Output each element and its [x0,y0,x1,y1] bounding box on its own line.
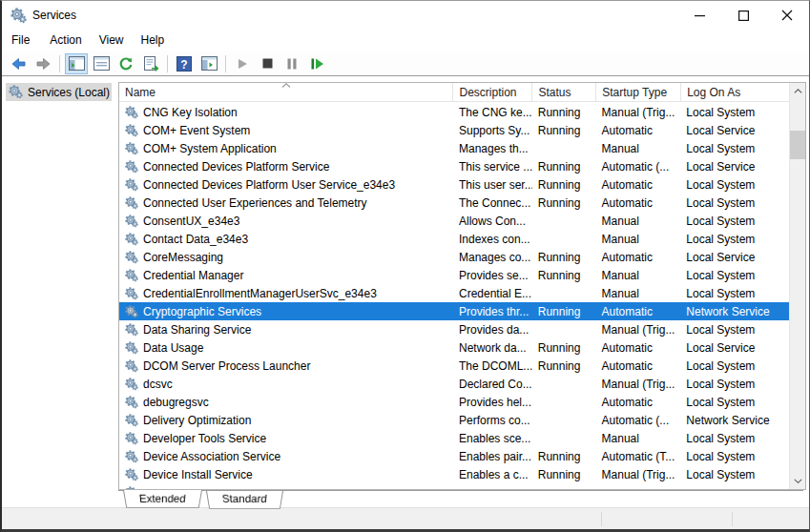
table-row[interactable]: COM+ System Application Manages th... Ma… [119,139,789,157]
service-log-on-as: Local System [680,378,789,391]
service-status: Running [532,251,596,264]
table-row[interactable]: Data Sharing Service Provides da... Manu… [119,320,789,338]
back-button[interactable] [7,53,30,74]
refresh-button[interactable] [114,53,137,74]
service-log-on-as: Local System [680,215,789,228]
scrollbar-down-arrow[interactable] [790,473,806,489]
show-hide-action-pane-button[interactable] [197,53,220,74]
service-description: Manages th... [453,142,532,155]
service-name: CredentialEnrollmentManagerUserSvc_e34e3 [143,287,377,300]
table-row[interactable]: debugregsvc Provides hel... Automatic Lo… [119,393,789,411]
table-row[interactable]: Developer Tools Service Enables sce... M… [119,429,789,447]
table-row[interactable]: DCOM Server Process Launcher The DCOML..… [119,357,789,375]
tab-standard[interactable]: Standard [206,491,283,509]
status-bar-separator [732,512,733,526]
service-startup-type: Manual (Trig... [596,323,681,337]
service-gear-icon [125,251,138,264]
table-row[interactable]: Credential Manager Provides se... Runnin… [119,266,789,284]
forward-button[interactable] [31,53,54,74]
export-list-button[interactable] [139,53,162,74]
service-name: DCOM Server Process Launcher [143,359,310,373]
menu-view[interactable]: View [91,31,133,51]
service-startup-type: Automatic [596,178,681,192]
services-list-pane: Name Description Status Startup Type Log… [118,82,806,490]
service-status: Running [532,468,596,481]
table-row[interactable]: CoreMessaging Manages co... Running Auto… [119,248,789,266]
service-gear-icon [125,323,138,337]
service-gear-icon [125,432,138,445]
stop-service-button[interactable] [256,53,279,74]
restart-service-button[interactable] [305,53,328,74]
table-row[interactable]: Device Association Service Enables pair.… [119,447,789,465]
table-row-partial[interactable] [119,483,789,489]
service-gear-icon [125,160,138,174]
title-bar: Services [2,1,809,30]
service-description: The Connec... [453,196,532,210]
service-description: Declared Co... [453,378,532,391]
start-service-button[interactable] [231,53,254,74]
table-row[interactable]: Connected Devices Platform User Service_… [119,175,789,194]
service-startup-type: Automatic [596,341,681,355]
service-gear-icon [125,378,138,391]
service-status: Running [532,341,596,355]
service-name: Data Usage [143,341,203,355]
table-row[interactable]: Contact Data_e34e3 Indexes con... Manual… [119,230,789,248]
table-row[interactable]: CredentialEnrollmentManagerUserSvc_e34e3… [119,284,789,302]
table-row[interactable]: CNG Key Isolation The CNG ke... Running … [119,103,789,121]
sort-ascending-icon [281,83,291,88]
table-row[interactable]: Connected Devices Platform Service This … [119,157,789,175]
service-startup-type: Manual [596,142,681,155]
table-row[interactable]: Device Install Service Enables a c... Ru… [119,465,789,483]
column-header-log-on-as[interactable]: Log On As [681,83,789,101]
service-name: Device Association Service [143,450,280,463]
close-button[interactable] [765,1,809,30]
menu-help[interactable]: Help [133,31,174,51]
stop-service-icon [262,58,273,69]
services-node-label: Services (Local) [28,86,110,99]
service-table-body: CNG Key Isolation The CNG ke... Running … [119,103,789,489]
service-gear-icon [125,468,138,481]
sidebar-item-services-local[interactable]: Services (Local) [6,83,112,101]
maximize-icon [738,10,749,21]
service-gear-icon [125,396,138,409]
console-tree-icon [69,56,85,71]
vertical-scrollbar[interactable] [789,83,805,489]
maximize-button[interactable] [721,1,765,30]
table-row[interactable]: Connected User Experiences and Telemetry… [119,194,789,212]
tab-extended[interactable]: Extended [123,490,202,508]
table-row[interactable]: ConsentUX_e34e3 Allows Con... Manual Loc… [119,212,789,230]
service-status: Running [532,359,596,373]
table-row[interactable]: Cryptographic Services Provides thr... R… [119,302,789,320]
service-log-on-as: Local System [680,432,789,445]
service-name: COM+ Event System [143,124,250,137]
service-description: Provides da... [453,323,532,337]
table-row[interactable]: Delivery Optimization Performs co... Aut… [119,411,789,429]
menu-file[interactable]: File [11,31,41,51]
column-header-name[interactable]: Name [119,83,453,101]
table-row[interactable]: COM+ Event System Supports Sy... Running… [119,121,789,139]
column-header-description[interactable]: Description [453,83,532,101]
column-header-row: Name Description Status Startup Type Log… [119,83,789,102]
service-gear-icon [125,233,138,246]
menu-action[interactable]: Action [41,31,90,51]
service-description: Enables pair... [453,450,532,463]
service-startup-type: Manual [596,269,681,282]
scrollbar-up-arrow[interactable] [790,83,806,99]
service-log-on-as: Local System [680,468,789,481]
scrollbar-thumb[interactable] [790,131,806,159]
minimize-button[interactable] [677,1,721,30]
column-header-startup-type[interactable]: Startup Type [596,83,681,101]
console-tree-pane: Services (Local) [4,81,113,505]
table-row[interactable]: Data Usage Network da... Running Automat… [119,338,789,357]
service-gear-icon [125,287,138,300]
service-startup-type: Automatic (... [596,160,681,174]
service-startup-type: Manual [596,432,681,445]
properties-button[interactable] [90,53,113,74]
table-row[interactable]: dcsvc Declared Co... Manual (Trig... Loc… [119,375,789,393]
services-app-icon [10,8,27,24]
column-header-status[interactable]: Status [532,83,596,101]
show-hide-console-tree-button[interactable] [65,53,88,74]
pause-service-button[interactable] [280,53,303,74]
help-button[interactable]: ? [173,53,196,74]
minimize-icon [695,10,705,21]
